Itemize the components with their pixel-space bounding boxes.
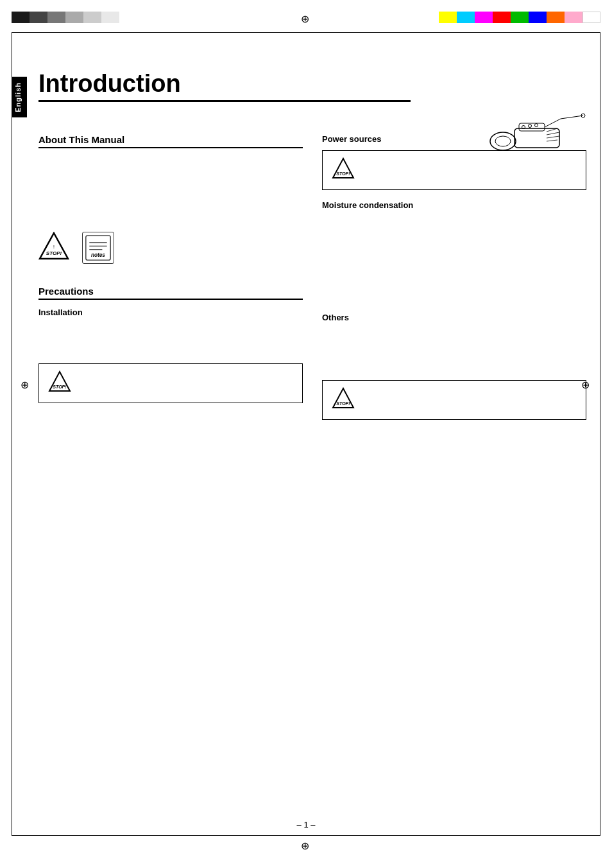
svg-text:STOP!: STOP! (336, 171, 350, 176)
svg-line-10 (547, 140, 557, 141)
stop-icon-install: STOP! (47, 370, 72, 396)
color-bar-r6 (529, 12, 547, 23)
intro-header: Introduction (38, 71, 586, 102)
svg-line-9 (547, 136, 559, 138)
color-bar-r3 (475, 12, 493, 23)
left-column: About This Manual STOP! ! (38, 134, 303, 426)
others-section: Others STOP! (322, 313, 586, 420)
color-bar-r2 (457, 12, 475, 23)
svg-rect-3 (519, 123, 545, 131)
color-bar-r7 (547, 12, 565, 23)
svg-point-12 (529, 125, 532, 128)
notes-icon: notes (82, 232, 114, 264)
reg-mark-bottom (301, 840, 311, 850)
page-border-left (12, 32, 12, 836)
right-column: Power sources STOP! Moisture condensatio… (322, 134, 586, 426)
two-column-layout: About This Manual STOP! ! (38, 134, 586, 426)
stop-icon-others: STOP! (330, 387, 356, 413)
english-tab: English (12, 77, 27, 117)
page-number: – 1 – (297, 820, 316, 829)
color-bar-r8 (565, 12, 582, 23)
color-bar-2 (30, 12, 47, 23)
svg-text:STOP!: STOP! (46, 250, 62, 256)
left-color-bars (12, 12, 119, 23)
svg-text:notes: notes (91, 252, 105, 257)
color-bar-r1 (439, 12, 457, 23)
page-border-bottom (12, 835, 600, 836)
reg-mark-top (301, 13, 311, 23)
color-bar-3 (47, 12, 65, 23)
color-bar-r5 (511, 12, 529, 23)
color-bar-6 (101, 12, 119, 23)
instrument-illustration (484, 109, 586, 154)
intro-underline (38, 100, 411, 102)
svg-point-0 (490, 132, 516, 150)
svg-point-13 (535, 124, 538, 127)
about-manual-heading: About This Manual (38, 134, 303, 148)
precautions-heading: Precautions (38, 286, 303, 300)
svg-text:STOP!: STOP! (336, 401, 350, 406)
svg-line-5 (561, 116, 583, 119)
svg-text:STOP!: STOP! (53, 385, 67, 389)
color-bar-r9 (582, 12, 600, 23)
others-warning-box: STOP! (322, 380, 586, 420)
others-heading: Others (322, 313, 586, 322)
color-bar-5 (83, 12, 101, 23)
main-content: Introduction (38, 39, 586, 426)
installation-heading: Installation (38, 308, 303, 317)
installation-warning-box: STOP! (38, 363, 303, 403)
reg-mark-left (21, 379, 31, 389)
page-title: Introduction (38, 71, 586, 98)
svg-line-4 (545, 119, 561, 127)
power-warning-box: STOP! (322, 150, 586, 190)
color-bar-1 (12, 12, 30, 23)
stop-icon-power: STOP! (330, 157, 356, 183)
svg-point-1 (495, 136, 511, 146)
precautions-section: Precautions Installation STOP! (38, 286, 303, 403)
page-border-top (12, 32, 600, 33)
about-manual-section: About This Manual (38, 134, 303, 148)
svg-line-8 (547, 132, 559, 135)
svg-text:!: ! (53, 245, 55, 249)
color-bar-4 (65, 12, 83, 23)
stop-icon-large: STOP! ! (38, 232, 69, 266)
moisture-section: Moisture condensation (322, 200, 586, 210)
page-border-right (600, 32, 600, 836)
icons-row: STOP! ! notes (38, 232, 303, 266)
color-bar-r4 (493, 12, 511, 23)
right-color-bars (439, 12, 600, 23)
moisture-heading: Moisture condensation (322, 200, 586, 210)
